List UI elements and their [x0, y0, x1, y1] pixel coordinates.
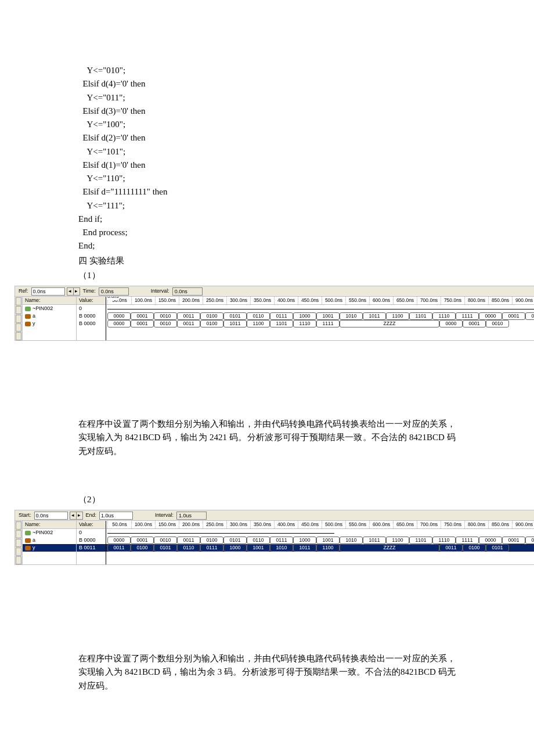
- result-2-label: （2）: [78, 493, 456, 506]
- signal-names-column: Name: ~PIN002 a y: [23, 297, 77, 340]
- time-label: Time:: [82, 287, 97, 296]
- interval-label: Interval:: [150, 287, 171, 296]
- interval-readout: 0.0ns: [172, 287, 203, 296]
- signal-name-a[interactable]: a: [23, 312, 76, 320]
- ref-input[interactable]: [31, 287, 65, 296]
- signal-name-pin002[interactable]: ~PIN002: [23, 529, 76, 537]
- code-block: Y<="010"; Elsif d(4)='0' then Y<="011"; …: [78, 64, 456, 253]
- waveform-row-pin002: [106, 529, 534, 537]
- signal-values-column: Value: 0 B 0000 B 0000: [77, 297, 106, 340]
- waveform-row-y: 0011010001010110011110001001101010111100…: [106, 544, 534, 552]
- signal-name-y[interactable]: y: [23, 320, 76, 327]
- bus-icon: [25, 538, 31, 543]
- result-1-label: （1）: [78, 269, 456, 282]
- end-input[interactable]: [99, 512, 133, 520]
- waveform-row-y: 0000000100100011010010111100110111101111…: [106, 320, 534, 327]
- end-label: End:: [85, 512, 98, 520]
- waveform-viewer-1: Ref: ◂▸ Time: 0.0ns Interval: 0.0ns Name…: [15, 286, 534, 341]
- signal-value: B 0000: [77, 537, 106, 544]
- interval-label: Interval:: [154, 512, 175, 520]
- waveform-viewer-2: Start: ◂▸ End: Interval: 1.0us Name: ~PI…: [15, 510, 534, 565]
- names-header: Name:: [23, 297, 76, 305]
- pin-icon: [25, 307, 31, 311]
- signal-value: B 0000: [77, 312, 106, 320]
- bus-icon: [25, 322, 31, 326]
- signal-value: 0: [77, 529, 106, 537]
- pin-icon: [25, 531, 31, 535]
- signal-name-pin002[interactable]: ~PIN002: [23, 305, 76, 312]
- values-header: Value:: [77, 297, 106, 305]
- interval-readout: 1.0us: [176, 512, 207, 520]
- start-label: Start:: [17, 512, 33, 520]
- signal-names-column: Name: ~PIN002 a y: [23, 521, 77, 564]
- time-ruler: 0.0ns 50.0ns100.0ns150.0ns200.0ns250.0ns…: [106, 297, 534, 305]
- waveform-canvas[interactable]: 50.0ns100.0ns150.0ns200.0ns250.0ns300.0n…: [106, 521, 534, 564]
- waveform-toolbar: Start: ◂▸ End: Interval: 1.0us: [15, 510, 534, 521]
- names-header: Name:: [23, 521, 76, 529]
- waveform-canvas[interactable]: 0.0ns 50.0ns100.0ns150.0ns200.0ns250.0ns…: [106, 297, 534, 340]
- bus-icon: [25, 546, 31, 550]
- signal-name-y[interactable]: y: [23, 544, 76, 552]
- signal-value: B 0011: [77, 544, 106, 552]
- time-pointer: 0.0ns: [107, 297, 119, 300]
- waveform-toolbar: Ref: ◂▸ Time: 0.0ns Interval: 0.0ns: [15, 286, 534, 297]
- bus-icon: [25, 314, 31, 319]
- paragraph-2: 在程序中设置了两个数组分别为输入和输出，并由代码转换电路代码转换表给出一一对应的…: [78, 652, 456, 693]
- nav-step-buttons[interactable]: ◂▸: [70, 512, 83, 520]
- signal-value: B 0000: [77, 320, 106, 327]
- paragraph-1: 在程序中设置了两个数组分别为输入和输出，并由代码转换电路代码转换表给出一一对应的…: [78, 417, 456, 458]
- values-header: Value:: [77, 521, 106, 529]
- signal-value: 0: [77, 305, 106, 312]
- signal-values-column: Value: 0 B 0000 B 0011: [77, 521, 106, 564]
- signal-name-a[interactable]: a: [23, 537, 76, 544]
- waveform-row-pin002: [106, 305, 534, 312]
- waveform-row-a: 0000000100100011010001010110011110001001…: [106, 537, 534, 544]
- tool-gutter: [15, 297, 23, 340]
- time-readout: 0.0ns: [99, 287, 129, 296]
- section-heading-results: 四 实验结果: [78, 254, 456, 268]
- waveform-row-a: 0000000100100011010001010110011110001001…: [106, 312, 534, 320]
- ref-label: Ref:: [17, 287, 30, 296]
- tool-gutter: [15, 521, 23, 564]
- time-ruler: 50.0ns100.0ns150.0ns200.0ns250.0ns300.0n…: [106, 521, 534, 529]
- nav-step-buttons[interactable]: ◂▸: [67, 287, 80, 296]
- start-input[interactable]: [34, 512, 68, 520]
